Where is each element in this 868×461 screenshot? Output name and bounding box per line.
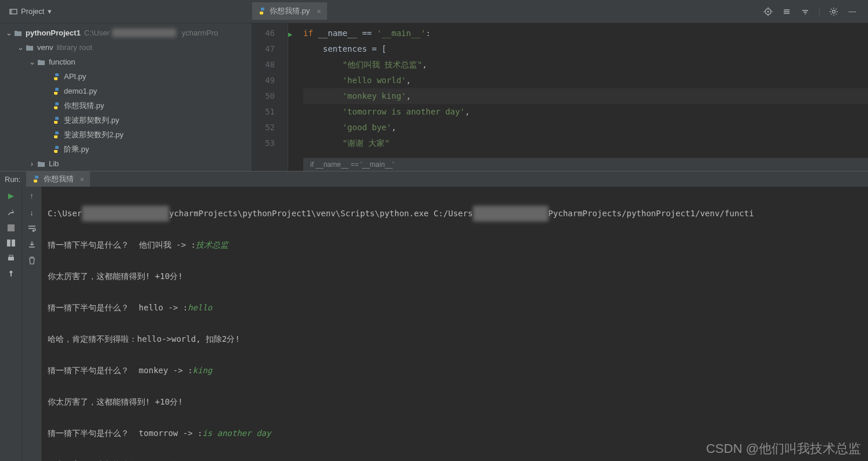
svg-rect-7 (12, 240, 15, 246)
tree-function-label: function (49, 58, 76, 66)
down-icon[interactable]: ↓ (30, 208, 34, 217)
tree-function-folder[interactable]: ⌄ function (0, 55, 252, 69)
up-icon[interactable]: ↑ (30, 191, 34, 200)
layout-icon[interactable] (7, 240, 15, 246)
folder-icon (36, 59, 46, 66)
tree-file-factorial[interactable]: 阶乘.py (0, 142, 252, 156)
svg-rect-5 (8, 224, 15, 231)
run-toolbar-left: ▶ (0, 187, 22, 461)
path-redacted: xxxxxxxxxxxxxxx (112, 28, 176, 37)
close-icon[interactable]: × (317, 7, 321, 16)
run-gutter-icon[interactable]: ▶ (288, 27, 292, 42)
minimize-icon[interactable]: — (847, 6, 858, 17)
pin-icon[interactable] (8, 270, 15, 278)
tree-lib-folder[interactable]: › Lib (0, 156, 252, 171)
chevron-down-icon: ▾ (48, 7, 52, 16)
python-file-icon (51, 116, 62, 124)
folder-icon (24, 44, 35, 51)
chevron-right-icon[interactable]: › (28, 159, 36, 168)
wrench-icon[interactable] (7, 208, 15, 216)
console-output[interactable]: C:\UserxxxxxxxxxycharmProjects\pythonPro… (42, 187, 868, 461)
editor-tab[interactable]: 你想我猜.py × (252, 2, 327, 20)
breadcrumb[interactable]: if __name__ == '__main__' (303, 158, 868, 171)
project-panel: ⌄ pythonProject1 C:\User xxxxxxxxxxxxxxx… (0, 23, 252, 171)
tree-venv[interactable]: ⌄ venv library root (0, 40, 252, 55)
svg-rect-6 (7, 240, 10, 246)
run-tool-window: Run: 你想我猜 × ▶ ↑ ↓ C:\Userxxxxxxxxxycharm… (0, 171, 868, 461)
soft-wrap-icon[interactable] (28, 225, 36, 232)
python-file-icon (51, 87, 62, 95)
expand-all-icon[interactable] (781, 6, 792, 17)
locate-icon[interactable] (763, 6, 773, 17)
folder-icon (36, 160, 46, 167)
svg-rect-1 (10, 9, 12, 14)
tree-root[interactable]: ⌄ pythonProject1 C:\User xxxxxxxxxxxxxxx… (0, 26, 252, 40)
tree-venv-label: venv (37, 43, 53, 52)
python-file-icon (51, 145, 62, 153)
project-dropdown[interactable]: Project ▾ (5, 5, 56, 18)
stop-icon[interactable] (8, 224, 15, 231)
tree-root-path: C:\User (84, 28, 110, 37)
rerun-icon[interactable]: ▶ (8, 191, 14, 200)
tree-root-path-suffix: ycharmPro (182, 28, 218, 37)
python-file-icon (51, 73, 62, 81)
tree-file-guess[interactable]: 你想我猜.py (0, 98, 252, 113)
chevron-down-icon[interactable]: ⌄ (16, 43, 24, 52)
python-file-icon (258, 7, 266, 15)
tree-root-label: pythonProject1 (26, 28, 81, 37)
code-editor[interactable]: 46 47 48 49 50 51 52 53 ▶ if __name__ ==… (252, 23, 868, 171)
editor-tab-label: 你想我猜.py (270, 6, 310, 16)
python-file-icon (51, 131, 62, 139)
project-dropdown-label: Project (21, 7, 44, 16)
run-toolbar-left-2: ↑ ↓ (22, 187, 42, 461)
svg-rect-9 (9, 255, 13, 257)
run-config-tab[interactable]: 你想我猜 × (26, 171, 90, 187)
svg-point-3 (767, 10, 769, 12)
chevron-down-icon[interactable]: ⌄ (5, 28, 13, 37)
run-tab-label: 你想我猜 (44, 174, 74, 184)
gutter: 46 47 48 49 50 51 52 53 (252, 23, 288, 171)
project-view-icon (9, 8, 17, 16)
trash-icon[interactable] (28, 256, 35, 265)
gear-icon[interactable] (828, 6, 839, 17)
python-file-icon (51, 102, 62, 110)
main-toolbar: Project ▾ | — (0, 0, 868, 23)
tree-file-demo1[interactable]: demo1.py (0, 84, 252, 98)
chevron-down-icon[interactable]: ⌄ (28, 58, 36, 66)
tree-venv-hint: library root (56, 43, 92, 52)
folder-icon (13, 30, 23, 37)
svg-point-4 (833, 10, 835, 13)
svg-rect-8 (8, 257, 14, 260)
close-icon[interactable]: × (80, 175, 84, 184)
code-area[interactable]: if __name__ == '__main__': sentences = [… (303, 23, 868, 151)
print-icon[interactable] (7, 255, 15, 262)
tree-file-fib2[interactable]: 斐波那契数列2.py (0, 127, 252, 142)
scroll-to-end-icon[interactable] (28, 240, 36, 248)
collapse-all-icon[interactable] (800, 6, 810, 17)
python-file-icon (32, 175, 40, 183)
tree-file-api[interactable]: API.py (0, 69, 252, 84)
tree-file-fib1[interactable]: 斐波那契数列.py (0, 113, 252, 127)
run-header: Run: 你想我猜 × (0, 171, 868, 187)
run-label: Run: (5, 175, 20, 184)
